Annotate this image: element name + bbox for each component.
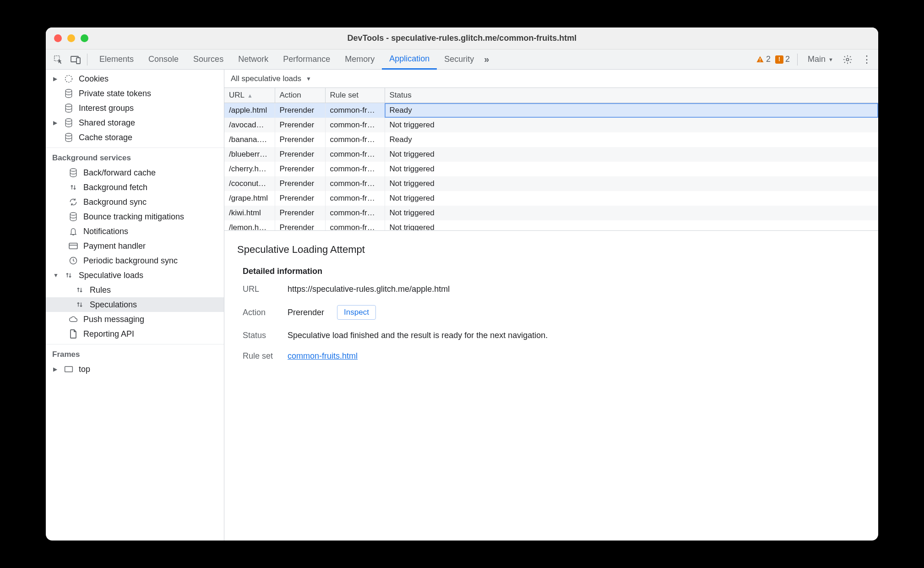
cell-status: Not triggered (385, 162, 878, 176)
frame-icon (63, 364, 74, 375)
cell-url: /kiwi.html (224, 206, 275, 220)
sidebar-item-speculations[interactable]: Speculations (46, 297, 224, 312)
speculations-table-container[interactable]: URL▲ Action Rule set Status /apple.htmlP… (224, 88, 878, 231)
cell-status: Not triggered (385, 176, 878, 191)
column-url[interactable]: URL▲ (224, 88, 275, 103)
sidebar-item-label: Private state tokens (79, 89, 151, 98)
tab-sources[interactable]: Sources (186, 49, 231, 70)
svg-point-9 (65, 119, 72, 121)
tabs-overflow[interactable]: » (481, 54, 492, 65)
cell-status: Not triggered (385, 191, 878, 206)
sidebar-item-notifications[interactable]: ▶Notifications (46, 224, 224, 239)
table-row[interactable]: /kiwi.htmlPrerendercommon-fr…Not trigger… (224, 206, 878, 220)
sidebar-item-label: top (79, 365, 90, 374)
inspect-button[interactable]: Inspect (337, 305, 376, 320)
sidebar-item-periodic-background-sync[interactable]: ▶Periodic background sync (46, 253, 224, 268)
disclosure-icon: ▶ (53, 120, 59, 126)
table-row[interactable]: /lemon.h…Prerendercommon-fr…Not triggere… (224, 220, 878, 231)
cell-status: Ready (385, 103, 878, 118)
cell-status: Not triggered (385, 206, 878, 220)
warnings-indicator[interactable]: 2 (756, 55, 771, 64)
cell-url: /blueberr… (224, 147, 275, 162)
table-row[interactable]: /cherry.h…Prerendercommon-fr…Not trigger… (224, 162, 878, 176)
sidebar-item-rules[interactable]: Rules (46, 283, 224, 297)
settings-icon[interactable] (841, 55, 854, 65)
application-sidebar[interactable]: ▶Cookies▶Private state tokens▶Interest g… (46, 70, 224, 541)
cell-url: /avocad… (224, 118, 275, 132)
db-icon (63, 88, 74, 99)
cell-ruleset: common-fr… (325, 206, 385, 220)
column-status[interactable]: Status (385, 88, 878, 103)
cell-url: /banana.… (224, 132, 275, 147)
sidebar-item-payment-handler[interactable]: ▶Payment handler (46, 239, 224, 253)
detail-heading: Speculative Loading Attempt (237, 244, 865, 256)
svg-point-10 (65, 133, 72, 136)
speculation-detail: Speculative Loading Attempt Detailed inf… (224, 231, 878, 541)
db-icon (63, 103, 74, 114)
tab-performance[interactable]: Performance (276, 49, 337, 70)
table-row[interactable]: /avocad…Prerendercommon-fr…Not triggered (224, 118, 878, 132)
sidebar-item-background-sync[interactable]: ▶Background sync (46, 195, 224, 209)
updown-icon (68, 182, 79, 193)
tab-memory[interactable]: Memory (337, 49, 382, 70)
filter-dropdown[interactable]: All speculative loads ▼ (224, 70, 878, 88)
detail-ruleset-link[interactable]: common-fruits.html (288, 351, 358, 361)
table-row[interactable]: /coconut…Prerendercommon-fr…Not triggere… (224, 176, 878, 191)
tab-console[interactable]: Console (141, 49, 186, 70)
sidebar-item-label: Speculations (90, 300, 137, 310)
cell-action: Prerender (275, 206, 325, 220)
cell-action: Prerender (275, 147, 325, 162)
detail-url-label: URL (243, 284, 279, 294)
tab-network[interactable]: Network (231, 49, 276, 70)
tab-application[interactable]: Application (382, 49, 437, 70)
cell-ruleset: common-fr… (325, 220, 385, 231)
sidebar-item-label: Speculative loads (79, 271, 143, 280)
cell-status: Ready (385, 132, 878, 147)
sidebar-item-label: Push messaging (83, 315, 144, 324)
table-row[interactable]: /grape.htmlPrerendercommon-fr…Not trigge… (224, 191, 878, 206)
sidebar-item-speculative-loads[interactable]: ▼ Speculative loads (46, 268, 224, 283)
speculations-table: URL▲ Action Rule set Status /apple.htmlP… (224, 88, 878, 231)
sidebar-item-push-messaging[interactable]: ▶ Push messaging (46, 312, 224, 327)
sidebar-item-cache-storage[interactable]: ▶Cache storage (46, 130, 224, 145)
column-ruleset[interactable]: Rule set (325, 88, 385, 103)
cell-url: /lemon.h… (224, 220, 275, 231)
sidebar-item-back-forward-cache[interactable]: ▶Back/forward cache (46, 165, 224, 180)
svg-point-12 (70, 213, 76, 215)
column-action[interactable]: Action (275, 88, 325, 103)
cell-ruleset: common-fr… (325, 162, 385, 176)
cell-ruleset: common-fr… (325, 132, 385, 147)
device-toolbar-icon[interactable] (69, 53, 82, 66)
card-icon (68, 240, 79, 251)
cell-ruleset: common-fr… (325, 176, 385, 191)
sidebar-item-reporting-api[interactable]: ▶ Reporting API (46, 327, 224, 341)
sidebar-item-private-state-tokens[interactable]: ▶Private state tokens (46, 86, 224, 101)
sidebar-item-background-fetch[interactable]: ▶Background fetch (46, 180, 224, 195)
disclosure-right-icon: ▶ (53, 366, 59, 372)
table-row[interactable]: /blueberr…Prerendercommon-fr…Not trigger… (224, 147, 878, 162)
cell-action: Prerender (275, 191, 325, 206)
updown-icon (74, 299, 85, 310)
sidebar-item-frame-top[interactable]: ▶ top (46, 362, 224, 377)
cell-action: Prerender (275, 118, 325, 132)
sidebar-item-interest-groups[interactable]: ▶Interest groups (46, 101, 224, 115)
sidebar-item-cookies[interactable]: ▶Cookies (46, 71, 224, 86)
panel-tabs: Elements Console Sources Network Perform… (92, 49, 492, 70)
tab-security[interactable]: Security (437, 49, 481, 70)
tab-elements[interactable]: Elements (92, 49, 141, 70)
db-icon (63, 132, 74, 143)
more-menu-icon[interactable]: ⋮ (859, 54, 875, 66)
svg-rect-3 (760, 58, 761, 60)
window-title: DevTools - speculative-rules.glitch.me/c… (46, 33, 878, 43)
sidebar-item-shared-storage[interactable]: ▶Shared storage (46, 115, 224, 130)
detail-subheading: Detailed information (243, 267, 865, 276)
issues-indicator[interactable]: ！ 2 (775, 55, 790, 64)
db-icon (63, 117, 74, 128)
cell-url: /cherry.h… (224, 162, 275, 176)
table-row[interactable]: /banana.…Prerendercommon-fr…Ready (224, 132, 878, 147)
titlebar: DevTools - speculative-rules.glitch.me/c… (46, 27, 878, 49)
target-selector[interactable]: Main ▼ (805, 55, 836, 64)
sidebar-item-bounce-tracking-mitigations[interactable]: ▶Bounce tracking mitigations (46, 209, 224, 224)
table-row[interactable]: /apple.htmlPrerendercommon-fr…Ready (224, 103, 878, 118)
inspect-element-icon[interactable] (52, 53, 65, 66)
